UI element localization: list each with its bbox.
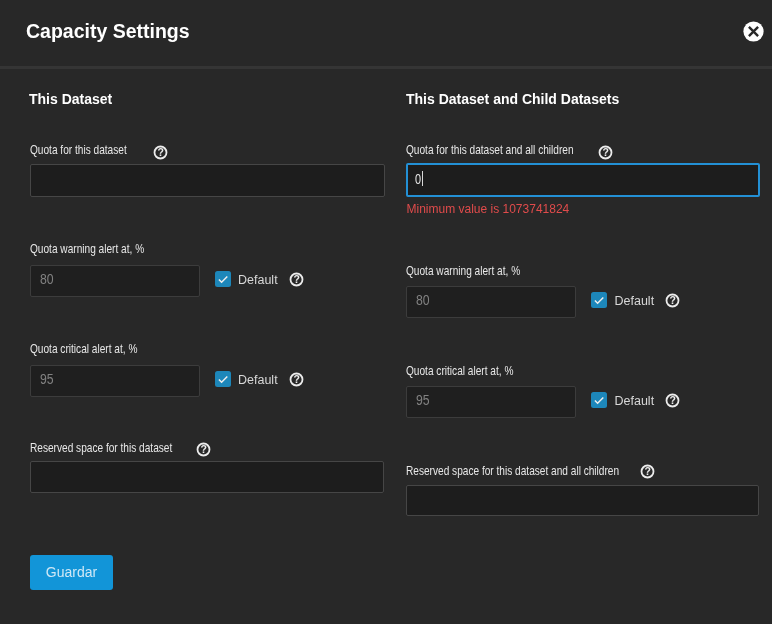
- svg-text:?: ?: [293, 273, 299, 285]
- svg-text:?: ?: [644, 465, 650, 477]
- svg-text:?: ?: [669, 294, 675, 306]
- svg-text:?: ?: [293, 373, 299, 385]
- svg-text:?: ?: [669, 394, 675, 406]
- svg-text:?: ?: [200, 443, 206, 455]
- svg-text:?: ?: [602, 146, 608, 158]
- svg-text:?: ?: [157, 146, 163, 158]
